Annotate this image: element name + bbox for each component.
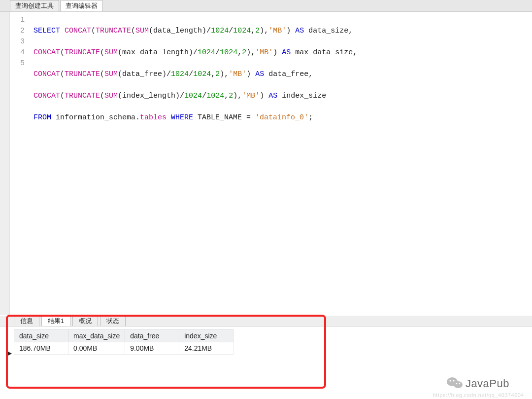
svg-point-4 (456, 383, 458, 385)
table-row[interactable]: 186.70MB 0.00MB 9.00MB 24.21MB (14, 342, 233, 355)
result-tabs: 信息 结果1 概况 状态 (0, 316, 532, 326)
tab-query-editor[interactable]: 查询编辑器 (60, 0, 103, 11)
result-table[interactable]: data_size max_data_size data_free index_… (14, 329, 233, 355)
svg-point-5 (459, 383, 461, 385)
col-max-data-size[interactable]: max_data_size (68, 330, 125, 342)
cell-index-size[interactable]: 24.21MB (179, 342, 233, 355)
editor-left-rail (0, 12, 10, 315)
svg-point-3 (453, 380, 454, 381)
svg-point-1 (454, 381, 463, 388)
tab-info[interactable]: 信息 (14, 316, 39, 326)
col-data-free[interactable]: data_free (125, 330, 179, 342)
cell-data-free[interactable]: 9.00MB (125, 342, 179, 355)
current-row-indicator-icon: ▶ (7, 350, 12, 357)
cell-data-size[interactable]: 186.70MB (14, 342, 68, 355)
col-data-size[interactable]: data_size (14, 330, 68, 342)
sql-code[interactable]: SELECT CONCAT(TRUNCATE(SUM(data_length)/… (30, 12, 532, 315)
table-header-row: data_size max_data_size data_free index_… (14, 330, 233, 342)
tab-query-builder[interactable]: 查询创建工具 (10, 0, 59, 11)
line-gutter: 12345 (10, 12, 30, 315)
sql-editor[interactable]: 12345 SELECT CONCAT(TRUNCATE(SUM(data_le… (0, 12, 532, 315)
svg-point-2 (449, 380, 451, 381)
cell-max-data-size[interactable]: 0.00MB (68, 342, 125, 355)
wechat-icon (446, 376, 463, 392)
col-index-size[interactable]: index_size (179, 330, 233, 342)
tab-result-1[interactable]: 结果1 (41, 316, 70, 326)
tab-status[interactable]: 状态 (100, 316, 126, 326)
watermark-url: https://blog.csdn.net/qq_40374604 (433, 392, 524, 398)
watermark-brand: JavaPub (466, 377, 509, 390)
editor-tabs: 查询创建工具 查询编辑器 (0, 0, 532, 12)
tab-summary[interactable]: 概况 (72, 316, 98, 326)
